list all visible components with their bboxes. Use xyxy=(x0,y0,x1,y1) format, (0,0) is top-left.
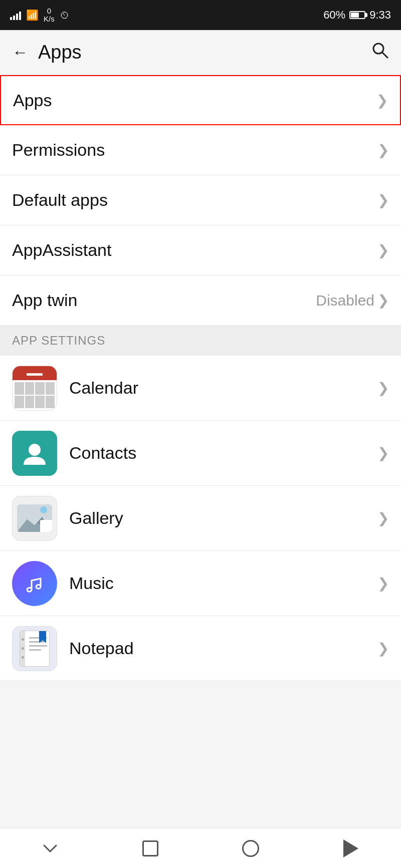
nav-down-button[interactable] xyxy=(35,833,65,863)
speed-text: 0 K/s xyxy=(44,7,55,24)
clock: 9:33 xyxy=(369,9,391,22)
menu-item-apps[interactable]: Apps ❯ xyxy=(0,75,401,125)
music-icon xyxy=(12,561,57,606)
menu-item-default-apps[interactable]: Default apps ❯ xyxy=(0,175,401,225)
menu-item-appassistant-right: ❯ xyxy=(377,242,389,258)
app-item-contacts-label: Contacts xyxy=(69,443,136,463)
app-item-calendar[interactable]: ▬▬ Calendar ❯ xyxy=(0,356,401,421)
app-item-gallery-label: Gallery xyxy=(69,508,123,528)
battery-icon xyxy=(349,11,365,19)
back-button[interactable]: ← xyxy=(12,43,28,62)
app-settings-section-header: APP SETTINGS xyxy=(0,326,401,356)
app-item-notepad-label: Notepad xyxy=(69,639,134,658)
menu-item-default-apps-right: ❯ xyxy=(377,192,389,208)
signal-icon xyxy=(10,10,21,20)
app-item-calendar-label: Calendar xyxy=(69,378,138,398)
svg-line-1 xyxy=(382,53,387,58)
nav-square-icon xyxy=(142,840,158,856)
app-item-gallery-left: Gallery xyxy=(12,496,123,541)
alarm-icon: ⏲ xyxy=(60,10,70,21)
gallery-icon xyxy=(12,496,57,541)
app-twin-value: Disabled xyxy=(316,292,374,309)
menu-item-apps-label: Apps xyxy=(13,91,52,110)
nav-triangle-icon xyxy=(343,839,358,857)
wifi-icon: 📶 xyxy=(26,9,39,21)
calendar-icon: ▬▬ xyxy=(12,366,57,411)
menu-item-apps-right: ❯ xyxy=(376,92,388,109)
menu-item-default-apps-label: Default apps xyxy=(12,190,108,210)
section-label: APP SETTINGS xyxy=(12,334,105,348)
chevron-icon: ❯ xyxy=(377,380,389,396)
nav-square-button[interactable] xyxy=(135,833,165,863)
status-bar: 📶 0 K/s ⏲ 60% 9:33 xyxy=(0,0,401,30)
menu-item-permissions[interactable]: Permissions ❯ xyxy=(0,125,401,175)
nav-back-button[interactable] xyxy=(336,833,366,863)
chevron-icon: ❯ xyxy=(377,445,389,461)
navigation-bar xyxy=(0,828,401,868)
chevron-icon: ❯ xyxy=(377,510,389,526)
status-left: 📶 0 K/s ⏲ xyxy=(10,7,70,24)
nav-circle-button[interactable] xyxy=(236,833,266,863)
nav-circle-icon xyxy=(242,840,259,857)
page-title: Apps xyxy=(38,42,82,63)
menu-item-permissions-right: ❯ xyxy=(377,142,389,158)
app-settings-list: ▬▬ Calendar ❯ xyxy=(0,356,401,681)
chevron-icon: ❯ xyxy=(376,92,388,109)
menu-item-app-twin[interactable]: App twin Disabled ❯ xyxy=(0,275,401,326)
app-item-notepad-left: Notepad xyxy=(12,626,134,671)
app-item-contacts-left: Contacts xyxy=(12,431,136,476)
status-right: 60% 9:33 xyxy=(323,9,391,22)
app-item-music[interactable]: Music ❯ xyxy=(0,551,401,616)
chevron-icon: ❯ xyxy=(377,640,389,657)
search-button[interactable] xyxy=(371,41,389,64)
notepad-icon xyxy=(12,626,57,671)
menu-item-app-twin-label: App twin xyxy=(12,291,77,310)
chevron-icon: ❯ xyxy=(377,292,389,309)
app-item-notepad[interactable]: Notepad ❯ xyxy=(0,616,401,681)
menu-item-permissions-label: Permissions xyxy=(12,140,105,160)
menu-section: Apps ❯ Permissions ❯ Default apps ❯ AppA… xyxy=(0,75,401,326)
chevron-icon: ❯ xyxy=(377,575,389,592)
app-item-music-left: Music xyxy=(12,561,114,606)
header-left: ← Apps xyxy=(12,42,82,63)
menu-item-appassistant[interactable]: AppAssistant ❯ xyxy=(0,225,401,275)
chevron-icon: ❯ xyxy=(377,192,389,208)
app-item-music-label: Music xyxy=(69,573,114,593)
svg-point-2 xyxy=(29,444,41,456)
contacts-icon xyxy=(12,431,57,476)
menu-item-appassistant-label: AppAssistant xyxy=(12,240,111,260)
header: ← Apps xyxy=(0,30,401,75)
app-item-calendar-left: ▬▬ Calendar xyxy=(12,366,138,411)
app-item-contacts[interactable]: Contacts ❯ xyxy=(0,421,401,486)
battery-percent: 60% xyxy=(323,9,345,22)
chevron-icon: ❯ xyxy=(377,142,389,158)
app-item-gallery[interactable]: Gallery ❯ xyxy=(0,486,401,551)
chevron-icon: ❯ xyxy=(377,242,389,258)
menu-item-app-twin-right: Disabled ❯ xyxy=(316,292,389,309)
